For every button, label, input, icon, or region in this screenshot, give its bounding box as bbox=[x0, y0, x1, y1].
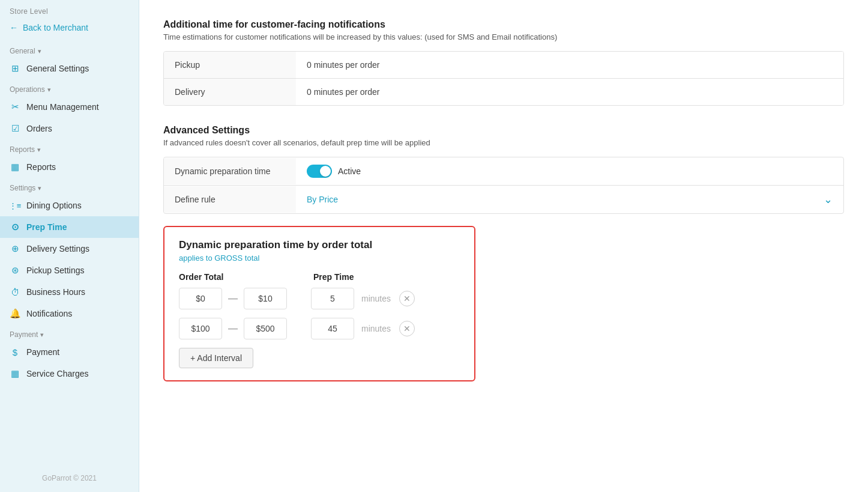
sidebar-item-delivery-settings[interactable]: ⊕ Delivery Settings bbox=[0, 238, 139, 260]
delivery-label: Delivery bbox=[164, 79, 296, 105]
prep-time-icon: ⊙ bbox=[10, 222, 20, 232]
define-rule-text: By Price bbox=[307, 195, 338, 204]
sidebar: Store Level ← Back to Merchant General ▾… bbox=[0, 0, 139, 492]
operations-section-label: Operations ▾ bbox=[0, 79, 139, 96]
service-charges-icon: ▦ bbox=[10, 368, 20, 379]
chevron-down-icon: ▾ bbox=[37, 146, 41, 154]
sidebar-item-prep-time[interactable]: ⊙ Prep Time bbox=[0, 216, 139, 238]
interval-row: — minutes ✕ bbox=[179, 288, 460, 309]
sidebar-item-payment[interactable]: $ Payment bbox=[0, 341, 139, 363]
delivery-row: Delivery 0 minutes per order bbox=[164, 79, 843, 105]
interval-prep-input[interactable] bbox=[311, 288, 354, 309]
payment-icon: $ bbox=[10, 347, 20, 357]
payment-section-label: Payment ▾ bbox=[0, 324, 139, 341]
interval-dash: — bbox=[227, 323, 239, 334]
minutes-label: minutes bbox=[361, 324, 391, 333]
sidebar-item-dining-options[interactable]: ⋮≡ Dining Options bbox=[0, 195, 139, 216]
pickup-row: Pickup 0 minutes per order bbox=[164, 52, 843, 79]
clock-icon: ⏱ bbox=[10, 287, 20, 297]
notifications-table: Pickup 0 minutes per order Delivery 0 mi… bbox=[163, 51, 844, 106]
dyn-card-subtitle: applies to GROSS total bbox=[179, 254, 460, 263]
interval-dash: — bbox=[227, 293, 239, 304]
chevron-down-icon: ▾ bbox=[38, 184, 41, 192]
pickup-icon: ⊛ bbox=[10, 265, 20, 276]
remove-interval-button[interactable]: ✕ bbox=[399, 321, 415, 336]
general-section-label: General ▾ bbox=[0, 41, 139, 58]
reports-icon: ▦ bbox=[10, 162, 20, 172]
dyn-col-headers: Order Total Prep Time bbox=[179, 272, 460, 282]
order-total-col-header: Order Total bbox=[179, 272, 299, 282]
prep-time-col-header: Prep Time bbox=[313, 272, 397, 282]
dynamic-prep-time-label: Dynamic preparation time bbox=[164, 158, 296, 184]
toggle-label: Active bbox=[338, 166, 361, 176]
store-level-label: Store Level bbox=[0, 0, 139, 18]
notifications-section-subtitle: Time estimations for customer notificati… bbox=[163, 32, 844, 41]
dynamic-prep-time-row: Dynamic preparation time Active bbox=[164, 157, 843, 186]
advanced-settings-subtitle: If advanced rules doesn't cover all scen… bbox=[163, 138, 844, 147]
dyn-card-title: Dynamic preparation time by order total bbox=[179, 239, 460, 251]
chevron-down-icon: ▾ bbox=[38, 47, 41, 55]
minutes-label: minutes bbox=[361, 294, 391, 303]
chevron-down-icon: ▾ bbox=[40, 331, 44, 339]
dining-icon: ⋮≡ bbox=[10, 200, 20, 211]
sidebar-footer: GoParrot © 2021 bbox=[0, 464, 139, 492]
interval-from-input[interactable] bbox=[179, 288, 222, 309]
sidebar-item-business-hours[interactable]: ⏱ Business Hours bbox=[0, 281, 139, 303]
notifications-section-title: Additional time for customer-facing noti… bbox=[163, 19, 844, 30]
settings-section-label: Settings ▾ bbox=[0, 178, 139, 195]
reports-section-label: Reports ▾ bbox=[0, 139, 139, 156]
sidebar-item-general-settings[interactable]: ⊞ General Settings bbox=[0, 58, 139, 79]
interval-from-input[interactable] bbox=[179, 318, 222, 339]
sidebar-item-menu-management[interactable]: ✂ Menu Management bbox=[0, 96, 139, 118]
dynamic-prep-time-card: Dynamic preparation time by order total … bbox=[163, 226, 475, 381]
grid-icon: ⊞ bbox=[10, 63, 20, 74]
bell-icon: 🔔 bbox=[10, 308, 20, 319]
interval-prep-input[interactable] bbox=[311, 318, 354, 339]
define-rule-value-cell: By Price ⌄ bbox=[296, 186, 843, 213]
interval-to-input[interactable] bbox=[244, 288, 287, 309]
define-rule-row: Define rule By Price ⌄ bbox=[164, 186, 843, 213]
sidebar-item-notifications[interactable]: 🔔 Notifications bbox=[0, 303, 139, 324]
sidebar-item-reports[interactable]: ▦ Reports bbox=[0, 156, 139, 178]
advanced-settings-table: Dynamic preparation time Active Define r… bbox=[163, 157, 844, 214]
interval-to-input[interactable] bbox=[244, 318, 287, 339]
chevron-down-icon: ⌄ bbox=[824, 193, 833, 206]
advanced-settings-title: Advanced Settings bbox=[163, 125, 844, 136]
sidebar-item-orders[interactable]: ☑ Orders bbox=[0, 118, 139, 139]
sidebar-item-pickup-settings[interactable]: ⊛ Pickup Settings bbox=[0, 260, 139, 281]
pickup-label: Pickup bbox=[164, 52, 296, 78]
define-rule-label: Define rule bbox=[164, 186, 296, 213]
scissors-icon: ✂ bbox=[10, 102, 20, 112]
sidebar-item-service-charges[interactable]: ▦ Service Charges bbox=[0, 363, 139, 384]
main-content: Additional time for customer-facing noti… bbox=[139, 0, 868, 492]
add-interval-button[interactable]: + Add Interval bbox=[179, 348, 253, 368]
define-rule-dropdown[interactable]: By Price ⌄ bbox=[307, 193, 833, 206]
delivery-value: 0 minutes per order bbox=[296, 79, 843, 105]
intervals-container: — minutes ✕ — minutes ✕ bbox=[179, 288, 460, 339]
orders-icon: ☑ bbox=[10, 123, 20, 134]
pickup-value: 0 minutes per order bbox=[296, 52, 843, 78]
back-to-merchant[interactable]: ← Back to Merchant bbox=[0, 18, 139, 41]
remove-interval-button[interactable]: ✕ bbox=[399, 291, 415, 306]
toggle-wrap: Active bbox=[307, 165, 361, 178]
back-arrow-icon: ← bbox=[10, 23, 18, 32]
chevron-down-icon: ▾ bbox=[47, 86, 51, 94]
delivery-icon: ⊕ bbox=[10, 243, 20, 254]
dynamic-prep-time-value: Active bbox=[296, 157, 843, 185]
active-toggle[interactable] bbox=[307, 165, 332, 178]
interval-row: — minutes ✕ bbox=[179, 318, 460, 339]
